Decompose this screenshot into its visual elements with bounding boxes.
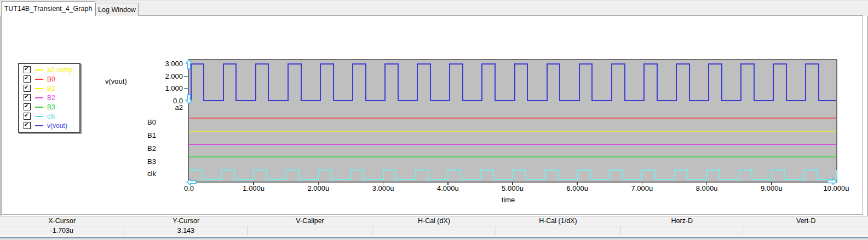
legend-checkbox[interactable]: ✔ bbox=[24, 75, 31, 83]
cursor-status-values: -1.703u3.143 bbox=[0, 226, 868, 236]
x-tick-label: 4.000u bbox=[429, 184, 467, 192]
lane-label: clk bbox=[147, 169, 169, 178]
lane-label: B3 bbox=[147, 157, 169, 166]
x-tick-label: 3.000u bbox=[364, 184, 403, 192]
legend-item-label: v(vout) bbox=[47, 122, 67, 130]
legend-item-label: B3 bbox=[47, 103, 55, 111]
lane-label: B2 bbox=[147, 144, 169, 153]
x-tick-label: 9.000u bbox=[752, 184, 791, 192]
tab-label: Log Window bbox=[98, 6, 136, 14]
legend-item[interactable]: ✔B3 bbox=[19, 102, 79, 112]
legend-checkbox[interactable]: ✔ bbox=[24, 66, 31, 73]
x-tick-label: 7.000u bbox=[623, 184, 661, 192]
legend-checkbox[interactable]: ✔ bbox=[24, 94, 31, 101]
y-tick-label: 3.000 bbox=[140, 60, 183, 68]
status-column-header: X-Cursor bbox=[0, 216, 124, 226]
tab-transient-graph[interactable]: TUT14B_Transient_4_Graph bbox=[1, 1, 95, 16]
legend-item[interactable]: ✔B1 bbox=[19, 84, 79, 93]
x-tick-label: 1.000u bbox=[234, 184, 273, 192]
status-column-header: H-Cal (dX) bbox=[372, 216, 496, 226]
status-column-value bbox=[620, 226, 744, 236]
tab-log-window[interactable]: Log Window bbox=[95, 3, 139, 16]
y-tick-label: 1.000 bbox=[140, 84, 183, 92]
x-tick-label: 10.000u bbox=[817, 184, 855, 192]
status-column-value bbox=[248, 226, 372, 236]
status-column-header: V-Caliper bbox=[248, 216, 372, 226]
legend-line-sample-icon bbox=[35, 125, 43, 126]
status-column-value bbox=[372, 226, 496, 236]
tab-label: TUT14B_Transient_4_Graph bbox=[4, 5, 93, 13]
x-tick-label: 5.000u bbox=[493, 184, 532, 192]
y-axis-title: v(vout) bbox=[105, 77, 138, 85]
legend-item[interactable]: ✔a2-comp bbox=[19, 65, 79, 74]
legend-item[interactable]: ✔v(vout) bbox=[19, 121, 79, 130]
legend-line-sample-icon bbox=[35, 107, 43, 108]
legend-line-sample-icon bbox=[35, 97, 43, 98]
status-column-value: 3.143 bbox=[124, 226, 248, 236]
legend-checkbox[interactable]: ✔ bbox=[24, 122, 31, 129]
legend-checkbox[interactable]: ✔ bbox=[24, 113, 31, 120]
y-tick-label: 2.000 bbox=[140, 72, 183, 80]
status-column-value bbox=[744, 226, 868, 236]
legend-checkbox[interactable]: ✔ bbox=[24, 85, 31, 92]
legend-item-label: B2 bbox=[47, 94, 55, 102]
legend-line-sample-icon bbox=[35, 79, 43, 80]
legend-item[interactable]: ✔B2 bbox=[19, 93, 79, 102]
x-tick-label: 8.000u bbox=[688, 184, 726, 192]
legend-item[interactable]: ✔clk bbox=[19, 112, 79, 121]
x-tick-label: 0.0 bbox=[170, 184, 208, 192]
status-column-header: H-Cal (1/dX) bbox=[496, 216, 620, 226]
legend-checkbox[interactable]: ✔ bbox=[24, 103, 31, 110]
legend-item-label: clk bbox=[47, 113, 55, 120]
waveform-viewer-window: TUT14B_Transient_4_Graph Log Window v(vo… bbox=[0, 0, 868, 240]
legend-item[interactable]: ✔B0 bbox=[19, 74, 79, 84]
legend-line-sample-icon bbox=[35, 116, 43, 117]
legend-box: ✔a2-comp✔B0✔B1✔B2✔B3✔clk✔v(vout) bbox=[18, 63, 81, 133]
x-tick-label: 6.000u bbox=[558, 184, 596, 192]
legend-item-label: B0 bbox=[47, 75, 55, 83]
cursor-status-headers: X-CursorY-CursorV-CaliperH-Cal (dX)H-Cal… bbox=[0, 216, 868, 226]
status-column-header: Horz-D bbox=[620, 216, 744, 226]
status-column-header: Y-Cursor bbox=[124, 216, 248, 226]
tab-bar: TUT14B_Transient_4_Graph Log Window bbox=[0, 0, 868, 16]
legend-item-label: a2-comp bbox=[47, 66, 73, 74]
plot-area[interactable] bbox=[188, 59, 837, 183]
status-column-value bbox=[496, 226, 620, 236]
x-axis-title: time bbox=[489, 196, 527, 204]
lane-label: B0 bbox=[147, 118, 169, 126]
legend-line-sample-icon bbox=[35, 69, 43, 71]
status-column-value: -1.703u bbox=[0, 226, 124, 236]
status-column-header: Vert-D bbox=[744, 216, 868, 226]
lane-label: B1 bbox=[147, 131, 169, 139]
legend-item-label: B1 bbox=[47, 85, 55, 92]
x-tick-label: 2.000u bbox=[299, 184, 337, 192]
window-bottom-edge bbox=[0, 236, 868, 240]
lane-label: a2 bbox=[140, 103, 183, 112]
legend-line-sample-icon bbox=[35, 88, 43, 89]
